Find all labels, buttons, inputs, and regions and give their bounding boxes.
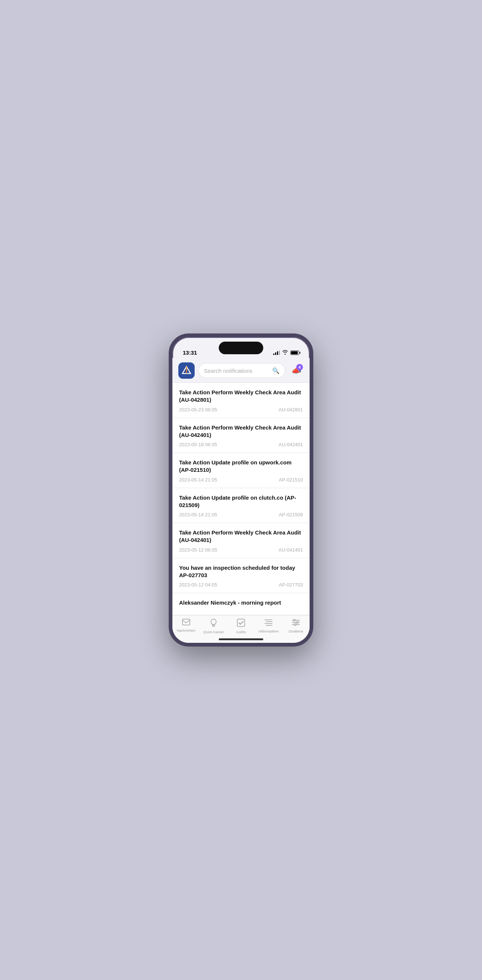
- notification-title-4: Take Action Perform Weekly Check Area Au…: [179, 529, 303, 544]
- notification-title-2: Take Action Update profile on upwork.com…: [179, 459, 303, 474]
- notification-item-0[interactable]: Take Action Perform Weekly Check Area Au…: [173, 383, 309, 418]
- phone-frame: 13:31: [169, 334, 313, 646]
- lightbulb-icon: [210, 619, 217, 629]
- notification-date-5: 2023-05-12 04:05: [179, 582, 217, 587]
- app-logo: [178, 363, 195, 379]
- notification-meta-3: 2023-05-14 21:05AP-021509: [179, 512, 303, 517]
- notification-meta-4: 2023-05-12 06:05AU-041401: [179, 547, 303, 553]
- home-indicator: [173, 635, 309, 643]
- search-placeholder: Search notifications: [204, 368, 269, 374]
- signal-icon: [273, 350, 280, 355]
- notification-date-0: 2023-05-23 06:05: [179, 407, 217, 412]
- notification-title-3: Take Action Update profile on clutch.co …: [179, 494, 303, 509]
- search-bar[interactable]: Search notifications 🔍: [198, 363, 285, 378]
- tab-aktionsplane-label: Aktionspläne: [258, 629, 279, 633]
- main-content: Search notifications 🔍 📣 4 Take Action P…: [173, 358, 309, 643]
- sliders-icon: [292, 619, 300, 628]
- envelope-icon: [182, 619, 190, 627]
- notification-item-4[interactable]: Take Action Perform Weekly Check Area Au…: [173, 523, 309, 558]
- status-icons: [273, 350, 299, 356]
- tab-dzialania-label: Działania: [289, 629, 303, 633]
- notification-date-2: 2023-05-14 21:05: [179, 477, 217, 482]
- notification-meta-2: 2023-05-14 21:05AP-021510: [179, 477, 303, 482]
- svg-point-9: [294, 619, 295, 621]
- notification-badge: 4: [296, 364, 303, 371]
- notification-date-4: 2023-05-12 06:05: [179, 547, 217, 553]
- notification-list: Take Action Perform Weekly Check Area Au…: [173, 383, 309, 616]
- tab-bar: Nachrichten Quick Kaizen: [173, 616, 309, 635]
- dynamic-island: [219, 342, 263, 354]
- tab-audits-label: Audits: [236, 630, 246, 634]
- tab-nachrichten[interactable]: Nachrichten: [173, 619, 200, 634]
- search-icon: 🔍: [272, 367, 279, 374]
- tab-quick-kaizen-label: Quick Kaizen: [203, 630, 224, 634]
- wifi-icon: [282, 350, 288, 356]
- svg-point-11: [296, 622, 298, 624]
- svg-rect-2: [182, 619, 190, 625]
- notification-code-3: AP-021509: [279, 512, 303, 517]
- notification-title-1: Take Action Perform Weekly Check Area Au…: [179, 424, 303, 439]
- notification-bell[interactable]: 📣 4: [289, 363, 304, 378]
- notification-title-6: Aleksander Niemczyk - morning report: [179, 599, 303, 606]
- notification-code-0: AU-042801: [279, 407, 303, 412]
- tab-dzialania[interactable]: Działania: [282, 619, 309, 634]
- tab-audits[interactable]: Audits: [227, 619, 255, 634]
- tab-quick-kaizen[interactable]: Quick Kaizen: [200, 619, 227, 634]
- notification-item-3[interactable]: Take Action Update profile on clutch.co …: [173, 488, 309, 523]
- check-square-icon: [237, 619, 245, 629]
- notification-code-1: AU-042401: [279, 442, 303, 447]
- header: Search notifications 🔍 📣 4: [173, 358, 309, 383]
- tab-nachrichten-label: Nachrichten: [177, 628, 196, 632]
- notification-item-6[interactable]: Aleksander Niemczyk - morning report: [173, 593, 309, 615]
- notification-title-0: Take Action Perform Weekly Check Area Au…: [179, 389, 303, 404]
- notification-date-3: 2023-05-14 21:05: [179, 512, 217, 517]
- list-icon: [264, 619, 273, 628]
- notification-code-5: AP-027703: [279, 582, 303, 587]
- home-bar: [219, 638, 263, 640]
- notification-date-1: 2023-05-18 06:05: [179, 442, 217, 447]
- notification-meta-5: 2023-05-12 04:05AP-027703: [179, 582, 303, 587]
- notification-code-4: AU-041401: [279, 547, 303, 553]
- notification-code-2: AP-021510: [279, 477, 303, 482]
- notification-title-5: You have an inspection scheduled for tod…: [179, 564, 303, 579]
- tab-aktionsplane[interactable]: Aktionspläne: [255, 619, 282, 634]
- notification-item-1[interactable]: Take Action Perform Weekly Check Area Au…: [173, 418, 309, 453]
- notification-item-2[interactable]: Take Action Update profile on upwork.com…: [173, 453, 309, 488]
- svg-point-13: [294, 624, 296, 626]
- battery-icon: [290, 350, 299, 355]
- notification-item-5[interactable]: You have an inspection scheduled for tod…: [173, 558, 309, 593]
- notification-meta-1: 2023-05-18 06:05AU-042401: [179, 442, 303, 447]
- notification-meta-0: 2023-05-23 06:05AU-042801: [179, 407, 303, 412]
